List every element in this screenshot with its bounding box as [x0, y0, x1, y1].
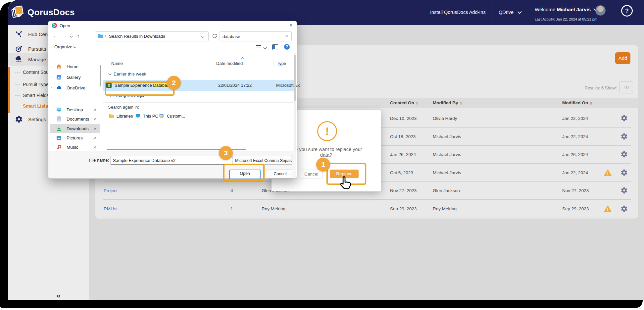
- nav-item-home[interactable]: Home: [48, 62, 101, 71]
- brand-logo[interactable]: QorusDocs: [11, 4, 87, 21]
- created-on-cell: Oct 5, 2023: [390, 164, 413, 182]
- annotation-step-3: 3: [219, 146, 233, 160]
- help-icon[interactable]: ?: [621, 5, 633, 17]
- qdrive-menu[interactable]: QDrive: [499, 0, 514, 25]
- tree-stub: [15, 72, 20, 73]
- last-activity: Last Activity: Jan 22, 2024 at 05:21 pm: [535, 17, 597, 21]
- history-chevron-icon[interactable]: [70, 34, 73, 38]
- nav-item-pictures[interactable]: Pictures: [48, 133, 101, 142]
- home-icon: [56, 64, 62, 69]
- row-settings-gear-icon[interactable]: [620, 205, 628, 213]
- list-name-link[interactable]: RMList: [104, 200, 118, 218]
- folder-icon: [98, 34, 103, 40]
- nav-item-downloads[interactable]: Downloads: [48, 124, 101, 133]
- forward-arrow-icon[interactable]: →: [62, 33, 68, 39]
- organize-menu[interactable]: Organize: [54, 44, 76, 49]
- column-header-modified-by[interactable]: Modified By↑↓: [433, 98, 462, 108]
- nav-item-gallery[interactable]: Gallery: [48, 73, 101, 82]
- open-file-dialog: Open × ← → ↑ › Search Results in Downloa…: [48, 21, 297, 179]
- sort-icon[interactable]: ↑↓: [590, 101, 591, 105]
- tree-stub: [15, 106, 20, 107]
- created-on-cell: Dec 10, 2023: [390, 109, 417, 128]
- show-count-input[interactable]: 10: [619, 81, 633, 93]
- resize-grip[interactable]: ⠴: [289, 172, 293, 176]
- file-name-label: File name:: [84, 158, 109, 163]
- confirm-cancel-button[interactable]: Cancel: [300, 170, 323, 179]
- warning-icon[interactable]: [604, 169, 612, 177]
- nav-item-music[interactable]: Music: [48, 143, 101, 151]
- column-name[interactable]: Name: [111, 61, 123, 66]
- dialog-close-icon[interactable]: ×: [287, 22, 295, 29]
- sort-icon[interactable]: ↑↓: [416, 101, 418, 105]
- table-row[interactable]: RMList 1 Ray Meiring Sep 29, 2023 Ray Me…: [95, 200, 638, 218]
- downloads-icon: [56, 126, 62, 131]
- file-name-input[interactable]: [111, 156, 233, 165]
- install-addins-link[interactable]: Install QorusDocs Add-Ins: [430, 0, 486, 25]
- nav-item-onedrive[interactable]: OneDrive: [48, 83, 101, 92]
- dialog-help-icon[interactable]: ?: [284, 44, 290, 50]
- count-cell: 4: [225, 181, 238, 200]
- group-collapse-chevron-icon[interactable]: [108, 72, 112, 76]
- view-chevron-icon[interactable]: [264, 46, 267, 49]
- sidebar-collapse-button[interactable]: «: [57, 291, 60, 299]
- documents-icon: [56, 116, 62, 122]
- column-type[interactable]: Type: [277, 61, 286, 66]
- sidebar-item-label: Manage: [28, 57, 46, 62]
- column-header-modified-on[interactable]: Modified On↑↓: [562, 98, 591, 108]
- music-icon: [56, 144, 62, 150]
- qdrive-chevron-icon[interactable]: [518, 10, 522, 14]
- nav-item-desktop[interactable]: Desktop: [48, 105, 101, 114]
- sort-icon[interactable]: ↑↓: [460, 101, 462, 105]
- up-arrow-icon[interactable]: ↑: [77, 33, 79, 39]
- column-header-created-on[interactable]: Created On↑↓: [390, 98, 418, 108]
- annotation-box-file: [105, 81, 174, 96]
- address-dropdown-chevron-icon[interactable]: [201, 35, 205, 38]
- hub-center-icon: [15, 30, 23, 38]
- avatar[interactable]: [595, 5, 606, 16]
- created-on-cell: Jan 26, 2024: [390, 145, 416, 164]
- list-name-link[interactable]: Project: [104, 181, 118, 200]
- column-date-modified[interactable]: Date modified: [216, 61, 243, 66]
- modified-on-cell: Sep 29, 2023: [562, 200, 589, 218]
- breadcrumb-chevron-icon: ›: [105, 33, 106, 38]
- column-divider[interactable]: [213, 59, 213, 67]
- sidebar-item-label: Smart Fields: [23, 93, 49, 98]
- pursuits-icon: [15, 45, 23, 53]
- file-type-select[interactable]: Microsoft Excel Comma Separa: [232, 156, 292, 165]
- pictures-icon: [56, 135, 62, 140]
- row-settings-gear-icon[interactable]: [620, 133, 628, 141]
- preview-pane-icon[interactable]: [272, 44, 278, 50]
- add-button[interactable]: Add: [615, 52, 630, 64]
- row-settings-gear-icon[interactable]: [620, 169, 628, 177]
- search-again-libraries[interactable]: Libraries: [109, 114, 133, 119]
- row-settings-gear-icon[interactable]: [620, 151, 628, 159]
- refresh-icon[interactable]: [212, 33, 218, 40]
- modified-on-cell: Jan 22, 2024: [562, 164, 588, 182]
- warning-icon[interactable]: [604, 205, 612, 213]
- search-box[interactable]: ×: [220, 31, 292, 41]
- pin-icon: [93, 108, 97, 112]
- column-divider[interactable]: [273, 59, 274, 67]
- qorusdocs-logo-icon: [11, 5, 25, 19]
- back-arrow-icon[interactable]: ←: [53, 33, 58, 39]
- row-settings-gear-icon[interactable]: [620, 115, 628, 123]
- file-type: Microsoft Ex: [276, 83, 300, 88]
- search-input[interactable]: [222, 32, 284, 40]
- search-again-custom[interactable]: Custom...: [159, 114, 185, 119]
- modified-on-cell: Jan 22, 2024: [562, 109, 588, 128]
- group-earlier-this-week[interactable]: Earlier this week: [109, 72, 146, 77]
- address-bar[interactable]: › Search Results in Downloads: [95, 31, 209, 41]
- count-cell: 1: [225, 200, 238, 218]
- modified-by-cell: Michael Jarvis: [433, 145, 461, 164]
- row-settings-gear-icon[interactable]: [620, 187, 628, 195]
- sidebar-item-label: Smart Lists: [23, 103, 48, 109]
- file-list-scrollbar[interactable]: [294, 53, 296, 151]
- nav-pane-divider: [51, 99, 97, 99]
- search-again-this-pc[interactable]: This PC: [135, 114, 158, 119]
- clear-search-icon[interactable]: ×: [285, 33, 288, 38]
- user-menu[interactable]: Welcome Michael Jarvis: [535, 7, 597, 12]
- nav-pane-scrollbar[interactable]: [100, 65, 101, 86]
- results-label: Results: 6 Show:: [559, 85, 617, 90]
- view-mode-icon[interactable]: [256, 45, 261, 50]
- nav-item-documents[interactable]: Documents: [48, 115, 101, 124]
